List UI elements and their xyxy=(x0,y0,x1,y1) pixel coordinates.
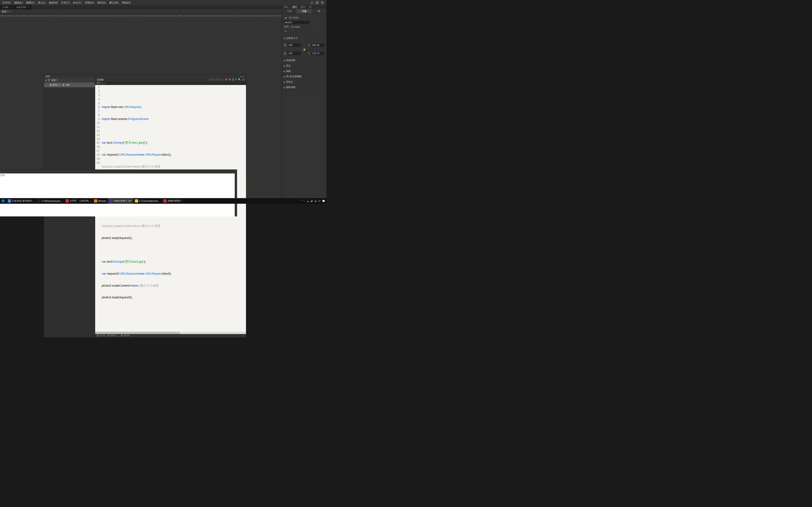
section-accessibility[interactable]: ▸辅助功能 xyxy=(282,85,326,90)
menu-help[interactable]: 帮助(H) xyxy=(120,0,132,5)
menubar: 文件(F) 编辑(E) 视图(V) 插入(I) 修改(M) 文本(T) 命令(C… xyxy=(0,0,326,5)
target-icon[interactable]: ⊕ xyxy=(229,78,231,81)
tray-shield-icon[interactable]: 🛡 xyxy=(303,200,305,202)
properties-panel: 图层 属性 颜色 库 工具 对象 帧 ▩ 影片剪辑 实例: UILoader ⇄ xyxy=(282,5,326,198)
section-position-size[interactable]: ▾位置和大小 xyxy=(282,36,326,41)
chevron-right-icon: ▸ xyxy=(284,86,285,89)
search-icon[interactable]: 🔍 xyxy=(238,78,241,81)
rp-tab-color[interactable]: 颜色 xyxy=(299,5,307,9)
close-icon[interactable]: × xyxy=(28,6,30,9)
menu-text[interactable]: 文本(T) xyxy=(60,0,71,5)
stage-area[interactable]: 动作 ◂◂ × ▾🎬场景 1 ▤图层_1：第 1 帧 当前帧 使用向导添加 📌 xyxy=(0,18,282,198)
tree-frame-node[interactable]: ▤图层_1：第 1 帧 xyxy=(44,82,95,87)
svg-rect-0 xyxy=(316,1,317,4)
code-status-bar: 第 17 行（共 20 行），第 35 列 xyxy=(95,334,246,337)
document-tabs: 片.fla*× 化石3.fla*× xyxy=(0,5,326,9)
y-field[interactable] xyxy=(311,52,324,55)
tray-cloud-icon[interactable]: ☁ xyxy=(307,200,309,202)
output-panel: 输出 试影片: [SWF] 加载外部照片.swf - 36573 字节 xyxy=(0,169,237,216)
lock-aspect-icon[interactable]: 🔒 xyxy=(303,48,306,51)
doc-tab-label: 化石3.fla* xyxy=(16,6,27,9)
menu-modify[interactable]: 修改(M) xyxy=(47,0,59,5)
current-frame-label: 当前帧 xyxy=(97,78,104,81)
menu-commands[interactable]: 命令(C) xyxy=(71,0,83,5)
taskbar: (1条消息) 板对路径…C:\Windows\syste…A.序厅、公共空间…B… xyxy=(0,198,326,204)
rp-tab-library[interactable]: 库 xyxy=(307,5,313,9)
tray-volume-icon[interactable]: 🔊 xyxy=(310,200,313,202)
doc-tab-1[interactable]: 化石3.fla*× xyxy=(14,5,32,9)
component-kind-label: 影片剪辑 xyxy=(289,16,298,19)
pin-icon[interactable]: 📌 xyxy=(224,78,227,81)
chevron-right-icon: ▸ xyxy=(284,59,285,62)
add-icon[interactable]: + xyxy=(289,30,293,33)
tray-notification-icon[interactable]: 💬 xyxy=(322,200,325,202)
menu-file[interactable]: 文件(F) xyxy=(1,0,12,5)
horizontal-ruler: |99800|99850|99900|99950|99000|99050|991… xyxy=(0,14,326,18)
chevron-right-icon: ▸ xyxy=(284,64,285,67)
taskbar-item[interactable]: 加载外部图片.fla* xyxy=(108,198,133,204)
taskbar-item[interactable]: Blender xyxy=(93,198,108,204)
taskbar-item[interactable]: C:\Users\Administ… xyxy=(134,198,162,204)
collapse-icon[interactable]: ◂◂ xyxy=(240,75,243,77)
vertical-scrollbar[interactable] xyxy=(235,173,237,216)
height-field[interactable] xyxy=(288,52,301,55)
taskbar-item[interactable]: 加载外部图片 xyxy=(162,198,183,204)
tray-up-icon[interactable]: ^ xyxy=(300,200,301,202)
workspace-icon[interactable] xyxy=(315,1,319,4)
chevron-right-icon: ▸ xyxy=(284,75,285,78)
chevron-down-icon: ▾ xyxy=(45,79,47,82)
doc-tab-0[interactable]: 片.fla*× xyxy=(0,5,14,9)
menu-debug[interactable]: 调试(D) xyxy=(96,0,107,5)
scene-icon: 🎬 xyxy=(47,79,50,82)
menu-control[interactable]: 控制(O) xyxy=(84,0,95,5)
script-icon: ▤ xyxy=(50,83,52,86)
tray-ime-icon[interactable]: ㊥ xyxy=(318,199,321,203)
code-format-icon[interactable]: {} xyxy=(232,78,234,81)
swap-icon[interactable]: ⇄ xyxy=(284,30,288,33)
scene-name[interactable]: 场景 1 xyxy=(1,10,9,13)
horizontal-scrollbar[interactable] xyxy=(95,332,246,334)
taskbar-item[interactable]: A.序厅、公共空间… xyxy=(64,198,92,204)
output-body[interactable]: 试影片: [SWF] 加载外部照片.swf - 36573 字节 xyxy=(0,173,235,216)
help-icon[interactable]: ⓘ xyxy=(242,78,245,81)
tray-network-icon[interactable]: 🖧 xyxy=(315,200,317,202)
close-icon[interactable]: × xyxy=(243,75,245,77)
share-icon[interactable] xyxy=(310,1,314,4)
close-icon[interactable]: × xyxy=(10,6,11,9)
section-filters[interactable]: ▸滤镜 xyxy=(282,68,326,74)
actions-panel-title: 动作 xyxy=(45,75,50,78)
chevron-right-icon: ▸ xyxy=(284,70,285,72)
rp-tab-properties[interactable]: 属性 xyxy=(290,5,299,9)
tree-scene-node[interactable]: ▾🎬场景 1 xyxy=(44,78,95,82)
instance-name-field[interactable] xyxy=(284,21,310,24)
menu-view[interactable]: 视图(V) xyxy=(25,0,36,5)
width-field[interactable] xyxy=(288,44,301,47)
taskbar-item[interactable]: (1条消息) 板对路径… xyxy=(6,198,36,204)
chevron-right-icon: ▸ xyxy=(284,81,285,83)
start-button[interactable] xyxy=(0,198,6,204)
section-vanishing-point[interactable]: ▸消失点 xyxy=(282,79,326,85)
system-tray[interactable]: ^ 🛡 ☁ 🔊 🖧 ㊥ 💬 xyxy=(299,199,326,203)
snippet-icon[interactable]: ≡ xyxy=(235,78,237,81)
rp-subtab-tool[interactable]: 工具 xyxy=(282,9,297,13)
movieclip-icon: ▩ xyxy=(284,16,288,20)
rp-subtab-object[interactable]: 对象 xyxy=(297,9,312,13)
rp-subtab-frame[interactable]: 帧 xyxy=(312,9,326,13)
taskbar-item[interactable]: C:\Windows\syste… xyxy=(36,198,64,204)
section-blend[interactable]: ▸混合 xyxy=(282,63,326,68)
menu-insert[interactable]: 插入(I) xyxy=(37,0,47,5)
wizard-add-button[interactable]: 使用向导添加 xyxy=(209,78,223,81)
section-color-effect[interactable]: ▸色彩效果 xyxy=(282,58,326,63)
rp-tab-layers[interactable]: 图层 xyxy=(282,5,290,9)
layer-frame-label: 图层_1:1 xyxy=(95,82,246,85)
menu-edit[interactable]: 编辑(E) xyxy=(13,0,24,5)
scene-bar: 场景 1 ▼ ⊕ ↻ ▭ ⛶ 100%▾ xyxy=(0,9,326,14)
doc-tab-label: 片.fla* xyxy=(2,6,9,9)
menu-window[interactable]: 窗口(W) xyxy=(108,0,120,5)
x-field[interactable] xyxy=(311,44,324,47)
instance-label: 实例: xyxy=(284,25,289,29)
section-3d[interactable]: ▸3D 定位和视图 xyxy=(282,74,326,79)
play-icon[interactable] xyxy=(321,1,324,4)
chevron-down-icon[interactable]: ▼ xyxy=(10,10,12,13)
instance-type: UILoader xyxy=(291,25,300,28)
